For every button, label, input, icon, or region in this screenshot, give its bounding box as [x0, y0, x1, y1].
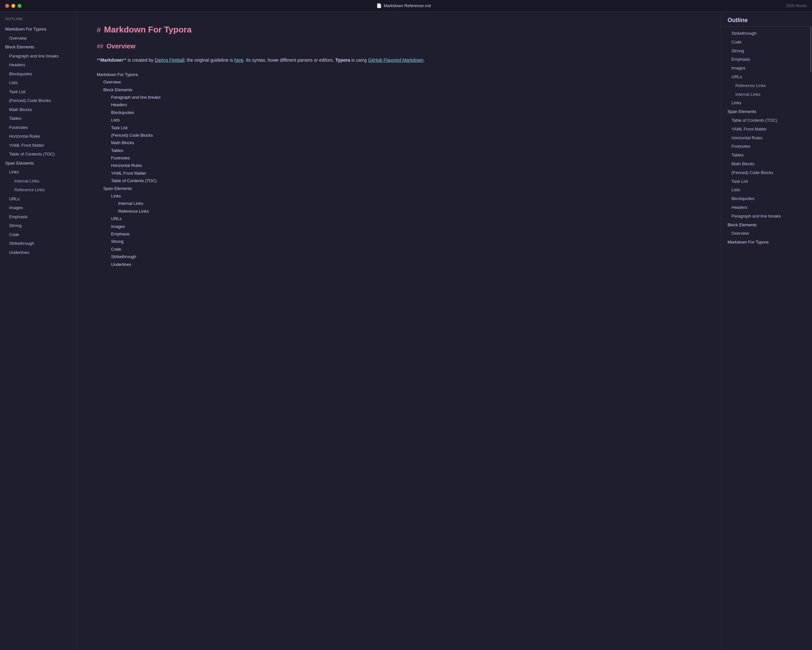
- h1-text: Markdown For Typora: [104, 25, 192, 35]
- right-nav-item[interactable]: Block Elements: [721, 221, 812, 230]
- sidebar-nav[interactable]: Markdown For TyporaOverviewBlock Element…: [0, 23, 77, 650]
- toc-item[interactable]: Footnotes: [97, 154, 701, 162]
- sidebar-nav-item[interactable]: Math Blocks: [0, 105, 77, 114]
- toc-item[interactable]: Blockquotes: [97, 109, 701, 116]
- toc-item[interactable]: Strikethrough: [97, 253, 701, 260]
- sidebar-nav-item[interactable]: Markdown For Typora: [0, 25, 77, 34]
- sidebar-nav-item[interactable]: Block Elements: [0, 43, 77, 52]
- bold-marker-open: **: [97, 58, 100, 62]
- app-body: OUTLINE Markdown For TyporaOverviewBlock…: [0, 12, 812, 650]
- here-link[interactable]: here: [234, 58, 243, 62]
- right-nav-item[interactable]: Tables: [721, 151, 812, 160]
- toc-item[interactable]: Headers: [97, 101, 701, 108]
- content-area[interactable]: # Markdown For Typora ## Overview **Mark…: [77, 12, 721, 650]
- bold-marker-close: **: [123, 58, 126, 62]
- right-nav-item[interactable]: Overview: [721, 229, 812, 238]
- right-nav-item[interactable]: Reference Links: [721, 82, 812, 90]
- markdown-bold: Markdown: [100, 58, 123, 62]
- right-nav-item[interactable]: Strikethrough: [721, 29, 812, 38]
- sidebar-nav-item[interactable]: URLs: [0, 195, 77, 204]
- toc-item[interactable]: Code: [97, 245, 701, 253]
- toc-item[interactable]: Markdown For Typora: [97, 71, 701, 78]
- minimize-button[interactable]: [11, 4, 15, 8]
- right-nav-item[interactable]: Math Blocks: [721, 160, 812, 169]
- right-nav-item[interactable]: Images: [721, 64, 812, 73]
- sidebar-nav-item[interactable]: Paragraph and line breaks: [0, 52, 77, 61]
- titlebar-filename: Markdown Reference.md: [383, 3, 431, 8]
- h2-marker: ##: [97, 43, 103, 50]
- right-nav-item[interactable]: Headers: [721, 203, 812, 212]
- right-nav-item[interactable]: Internal Links: [721, 90, 812, 99]
- toc-container: Markdown For TyporaOverviewBlock Element…: [97, 71, 701, 268]
- sidebar-nav-item[interactable]: Headers: [0, 60, 77, 70]
- toc-item[interactable]: Table of Contents (TOC): [97, 177, 701, 184]
- sidebar-nav-item[interactable]: Emphasis: [0, 212, 77, 221]
- toc-item[interactable]: Lists: [97, 116, 701, 124]
- toc-item[interactable]: Horizontal Rules: [97, 162, 701, 169]
- gfm-link[interactable]: GitHub Flavored Markdown: [368, 58, 423, 62]
- right-nav-item[interactable]: Footnotes: [721, 142, 812, 151]
- daring-fireball-link[interactable]: Daring Fireball: [155, 58, 184, 62]
- sidebar-nav-item[interactable]: Tables: [0, 114, 77, 123]
- toc-item[interactable]: Task List: [97, 124, 701, 131]
- sidebar-nav-item[interactable]: Table of Contents (TOC): [0, 150, 77, 159]
- right-nav-item[interactable]: Emphasis: [721, 55, 812, 64]
- sidebar-nav-item[interactable]: Code: [0, 230, 77, 239]
- right-nav-item[interactable]: (Fenced) Code Blocks: [721, 169, 812, 177]
- toc-item[interactable]: Math Blocks: [97, 139, 701, 146]
- right-nav-item[interactable]: Paragraph and line breaks: [721, 212, 812, 221]
- sidebar-nav-item[interactable]: Task List: [0, 87, 77, 96]
- right-nav-item[interactable]: Table of Contents (TOC): [721, 116, 812, 125]
- right-nav[interactable]: StrikethroughCodeStrongEmphasisImagesURL…: [721, 27, 812, 650]
- right-nav-item[interactable]: YAML Front Matter: [721, 125, 812, 134]
- toc-item[interactable]: (Fenced) Code Blocks: [97, 131, 701, 139]
- right-sidebar-header: Outline: [721, 12, 812, 27]
- sidebar-nav-item[interactable]: Strikethrough: [0, 239, 77, 248]
- toc-item[interactable]: Strong: [97, 237, 701, 245]
- right-nav-item[interactable]: Span Elements: [721, 108, 812, 116]
- sidebar-nav-item[interactable]: Span Elements: [0, 159, 77, 168]
- toc-item[interactable]: Paragraph and line breaks: [97, 93, 701, 101]
- toc-item[interactable]: Span Elements: [97, 185, 701, 192]
- sidebar-nav-item[interactable]: (Fenced) Code Blocks: [0, 96, 77, 105]
- sidebar-nav-item[interactable]: Horizontal Rules: [0, 132, 77, 141]
- toc-item[interactable]: Images: [97, 223, 701, 230]
- right-nav-item[interactable]: Links: [721, 99, 812, 108]
- toc-item[interactable]: Internal Links: [97, 200, 701, 207]
- right-nav-item[interactable]: URLs: [721, 73, 812, 82]
- right-nav-item[interactable]: Blockquotes: [721, 195, 812, 203]
- sidebar-nav-item[interactable]: Underlines: [0, 248, 77, 257]
- right-nav-item[interactable]: Strong: [721, 47, 812, 56]
- sidebar-nav-item[interactable]: Images: [0, 203, 77, 212]
- sidebar-nav-item[interactable]: Reference Links: [0, 186, 77, 195]
- doc-heading-1: # Markdown For Typora: [97, 25, 701, 35]
- right-nav-item[interactable]: Markdown For Typora: [721, 238, 812, 247]
- right-nav-item[interactable]: Lists: [721, 186, 812, 195]
- toc-item[interactable]: Block Elements: [97, 86, 701, 93]
- toc-item[interactable]: Tables: [97, 147, 701, 154]
- right-nav-item[interactable]: Horizontal Rules: [721, 134, 812, 143]
- toc-item[interactable]: Reference Links: [97, 207, 701, 215]
- toc-item[interactable]: Underlines: [97, 261, 701, 268]
- toc-item[interactable]: YAML Front Matter: [97, 169, 701, 177]
- sidebar-nav-item[interactable]: Overview: [0, 34, 77, 43]
- close-button[interactable]: [5, 4, 9, 8]
- sidebar-nav-item[interactable]: Links: [0, 167, 77, 177]
- typora-bold: Typora: [335, 58, 350, 62]
- right-nav-item[interactable]: Task List: [721, 177, 812, 186]
- left-sidebar: OUTLINE Markdown For TyporaOverviewBlock…: [0, 12, 77, 650]
- sidebar-nav-item[interactable]: Footnotes: [0, 123, 77, 132]
- right-sidebar: Outline StrikethroughCodeStrongEmphasisI…: [721, 12, 812, 650]
- sidebar-nav-item[interactable]: YAML Front Matter: [0, 141, 77, 150]
- toc-item[interactable]: URLs: [97, 215, 701, 222]
- sidebar-nav-item[interactable]: Lists: [0, 78, 77, 87]
- sidebar-nav-item[interactable]: Blockquotes: [0, 70, 77, 79]
- maximize-button[interactable]: [18, 4, 21, 8]
- right-nav-item[interactable]: Code: [721, 38, 812, 47]
- toc-item[interactable]: Overview: [97, 78, 701, 86]
- sidebar-nav-item[interactable]: Internal Links: [0, 177, 77, 186]
- titlebar: 📄 Markdown Reference.md 2009 Words: [0, 0, 812, 12]
- toc-item[interactable]: Emphasis: [97, 230, 701, 237]
- toc-item[interactable]: Links: [97, 192, 701, 200]
- sidebar-nav-item[interactable]: Strong: [0, 221, 77, 230]
